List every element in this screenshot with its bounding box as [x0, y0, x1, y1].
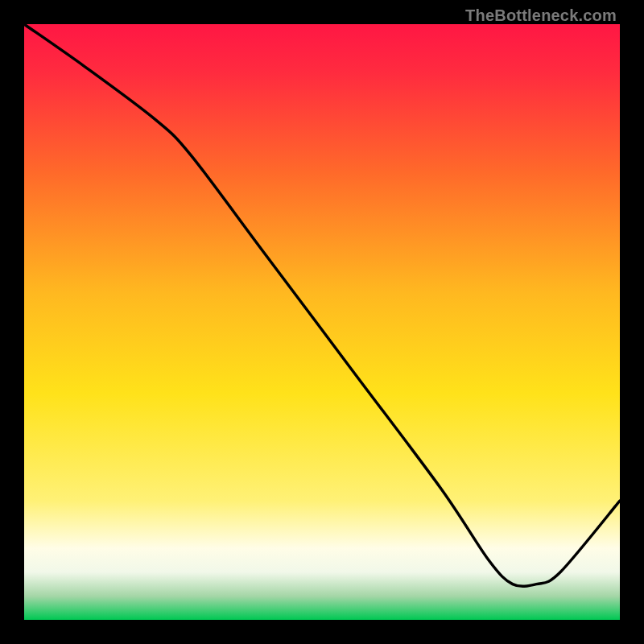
chart-svg	[24, 24, 620, 620]
chart-background	[24, 24, 620, 620]
watermark-text: TheBottleneck.com	[465, 6, 617, 25]
chart-frame	[24, 24, 620, 620]
